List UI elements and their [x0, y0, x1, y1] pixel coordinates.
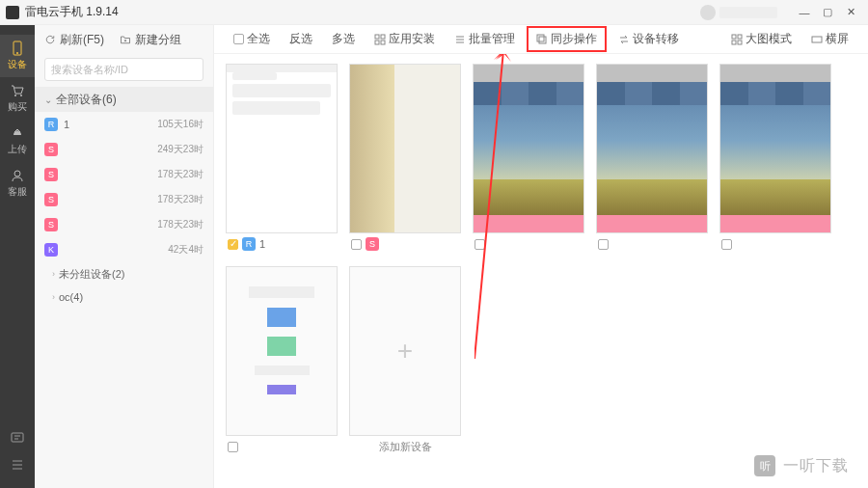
- watermark-icon: 听: [754, 455, 775, 476]
- svg-rect-13: [738, 35, 742, 39]
- device-time: 178天23时: [157, 168, 203, 181]
- minimize-button[interactable]: —: [793, 4, 816, 21]
- device-checkbox[interactable]: [721, 239, 732, 250]
- device-badge: S: [44, 218, 58, 231]
- device-card[interactable]: [226, 266, 338, 457]
- new-group-label: 新建分组: [135, 32, 181, 48]
- large-mode-button[interactable]: 大图模式: [723, 28, 800, 50]
- svg-rect-16: [812, 37, 822, 42]
- device-row[interactable]: R 1 105天16时: [35, 112, 213, 137]
- select-all-button[interactable]: 全选: [226, 28, 278, 50]
- device-checkbox[interactable]: [351, 239, 362, 250]
- batch-manage-button[interactable]: 批量管理: [447, 28, 523, 50]
- rail-label: 上传: [8, 143, 27, 156]
- group-all-label: 全部设备(6): [56, 92, 117, 108]
- device-card[interactable]: [596, 64, 708, 255]
- device-checkbox[interactable]: [228, 239, 238, 250]
- device-name: 1: [64, 119, 157, 130]
- upload-icon: [10, 125, 25, 141]
- device-screen[interactable]: [719, 64, 831, 233]
- grid-large-icon: [731, 34, 743, 45]
- svg-point-1: [16, 52, 18, 54]
- device-transfer-button[interactable]: 设备转移: [610, 28, 687, 50]
- app-install-button[interactable]: 应用安装: [366, 28, 443, 50]
- device-row[interactable]: S 178天23时: [35, 162, 213, 187]
- device-checkbox[interactable]: [228, 442, 238, 452]
- device-card[interactable]: S: [349, 64, 461, 255]
- plus-icon: +: [397, 336, 413, 366]
- device-grid-wrap: R 1 S + 添加新设备: [214, 54, 868, 488]
- device-card-label: R 1: [226, 233, 338, 255]
- svg-rect-14: [732, 41, 736, 44]
- svg-rect-5: [12, 433, 23, 442]
- rail-upload[interactable]: 上传: [0, 120, 35, 162]
- rail-support[interactable]: 客服: [0, 162, 35, 204]
- watermark-text: 一听下载: [783, 456, 849, 476]
- group-all-devices[interactable]: ⌄ 全部设备(6): [35, 87, 213, 112]
- sub-group[interactable]: ›oc(4): [35, 285, 213, 309]
- device-card-label: [473, 233, 584, 255]
- select-all-label: 全选: [247, 31, 270, 47]
- checkbox-icon: [233, 34, 244, 44]
- device-card[interactable]: R 1: [226, 64, 338, 255]
- chevron-right-icon: ›: [52, 269, 55, 279]
- new-group-button[interactable]: 新建分组: [120, 32, 181, 48]
- device-row[interactable]: S 178天23时: [35, 187, 213, 212]
- message-icon[interactable]: [10, 430, 25, 446]
- app-title: 雷电云手机 1.9.14: [25, 4, 119, 20]
- device-time: 178天23时: [157, 218, 203, 231]
- device-row[interactable]: S 249天23时: [35, 137, 213, 162]
- nav-rail: 设备 购买 上传 客服: [0, 25, 35, 488]
- svg-rect-9: [381, 41, 385, 44]
- device-screen[interactable]: [596, 64, 708, 233]
- device-screen[interactable]: [473, 64, 584, 233]
- svg-marker-19: [494, 54, 511, 62]
- device-row[interactable]: S 178天23时: [35, 212, 213, 237]
- sync-operation-button[interactable]: 同步操作: [527, 26, 607, 52]
- rail-buy[interactable]: 购买: [0, 77, 35, 120]
- sub-group-label: 未分组设备(2): [59, 267, 124, 282]
- device-checkbox[interactable]: [475, 239, 485, 250]
- device-grid: R 1 S + 添加新设备: [226, 64, 856, 457]
- add-device-card[interactable]: + 添加新设备: [349, 266, 461, 457]
- app-logo: [6, 6, 19, 19]
- device-screen[interactable]: [226, 266, 338, 436]
- device-badge: R: [242, 237, 256, 251]
- device-icon: [10, 41, 25, 56]
- menu-icon[interactable]: [10, 457, 25, 473]
- device-time: 42天4时: [168, 243, 203, 257]
- svg-rect-11: [537, 35, 544, 41]
- device-badge: S: [366, 237, 379, 251]
- device-card[interactable]: [719, 64, 831, 255]
- sub-group[interactable]: ›未分组设备(2): [35, 262, 213, 285]
- svg-rect-8: [375, 41, 379, 44]
- device-time: 105天16时: [157, 118, 203, 131]
- add-device-screen[interactable]: +: [349, 266, 461, 436]
- landscape-button[interactable]: 横屏: [803, 28, 856, 50]
- invert-select-button[interactable]: 反选: [282, 28, 320, 50]
- multi-select-button[interactable]: 多选: [324, 28, 363, 50]
- device-card-name: 1: [259, 238, 265, 250]
- device-card-label: [596, 233, 708, 255]
- user-name-blur: [719, 7, 777, 18]
- device-badge: S: [44, 168, 58, 181]
- rail-devices[interactable]: 设备: [0, 35, 35, 77]
- toolbar: 全选 反选 多选 应用安装 批量管理 同步操作 设备转移: [214, 25, 868, 54]
- refresh-button[interactable]: 刷新(F5): [44, 32, 104, 48]
- titlebar: 雷电云手机 1.9.14 — ▢ ✕: [0, 0, 868, 25]
- device-card[interactable]: [473, 64, 584, 255]
- svg-rect-10: [539, 37, 546, 43]
- watermark: 听 一听下载: [754, 455, 849, 476]
- search-input[interactable]: 搜索设备名称/ID: [44, 58, 203, 81]
- device-row[interactable]: K 42天4时: [35, 237, 213, 262]
- device-screen[interactable]: [349, 64, 461, 233]
- chevron-down-icon: ⌄: [44, 95, 52, 105]
- device-badge: K: [44, 243, 58, 257]
- device-badge: R: [44, 118, 58, 131]
- device-screen[interactable]: [226, 64, 338, 233]
- content-area: 全选 反选 多选 应用安装 批量管理 同步操作 设备转移: [214, 25, 868, 488]
- user-avatar-icon[interactable]: [700, 5, 716, 20]
- maximize-button[interactable]: ▢: [816, 4, 839, 21]
- device-checkbox[interactable]: [598, 239, 609, 250]
- close-button[interactable]: ✕: [839, 4, 862, 21]
